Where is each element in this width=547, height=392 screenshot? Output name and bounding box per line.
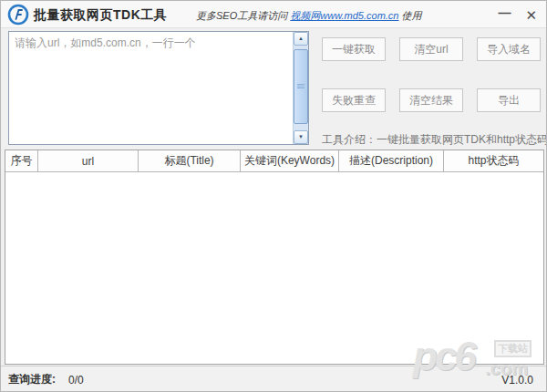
table-header-row: 序号 url 标题(Title) 关键词(KeyWords) 描述(Descri…	[5, 150, 543, 172]
minimize-icon[interactable]: —	[498, 6, 511, 19]
fetch-button[interactable]: 一键获取	[322, 37, 386, 61]
window-controls: — ✕	[498, 1, 537, 28]
export-button[interactable]: 导出	[477, 88, 541, 112]
note-prefix: 更多SEO工具请访问	[196, 10, 287, 21]
title-bar: 批量获取网页TDK工具 更多SEO工具请访问 视频网www.md5.com.cn…	[1, 1, 546, 28]
app-logo-icon	[7, 4, 29, 26]
clear-results-button[interactable]: 清空结果	[399, 88, 463, 112]
app-window: 批量获取网页TDK工具 更多SEO工具请访问 视频网www.md5.com.cn…	[0, 0, 547, 392]
status-bar: 查询进度: 0/0 V1.0.0	[1, 366, 546, 392]
version-label: V1.0.0	[501, 374, 533, 387]
col-url[interactable]: url	[38, 150, 139, 172]
scrollbar-track[interactable]	[294, 46, 308, 130]
retry-failed-button[interactable]: 失败重查	[322, 88, 386, 112]
scroll-down-icon[interactable]: ▼	[294, 130, 308, 144]
col-http-status[interactable]: http状态码	[444, 150, 543, 172]
url-input-placeholder: 请输入url，如md5.com.cn，一行一个	[9, 32, 293, 144]
url-input-scrollbar[interactable]: ▲ ▼	[293, 32, 308, 144]
col-keywords[interactable]: 关键词(KeyWords)	[241, 150, 339, 172]
scroll-up-icon[interactable]: ▲	[294, 32, 308, 46]
window-title: 批量获取网页TDK工具	[34, 7, 167, 24]
clear-url-button[interactable]: 清空url	[399, 37, 463, 61]
action-panel: 一键获取 清空url 导入域名 失败重查 清空结果 导出 工具介绍：一键批量获取…	[322, 31, 541, 148]
promo-link[interactable]: 视频网www.md5.com.cn	[290, 10, 398, 21]
close-icon[interactable]: ✕	[525, 8, 537, 22]
scrollbar-thumb[interactable]	[294, 49, 308, 124]
col-index[interactable]: 序号	[5, 150, 38, 172]
url-input[interactable]: 请输入url，如md5.com.cn，一行一个 ▲ ▼	[8, 31, 309, 145]
col-title[interactable]: 标题(Title)	[139, 150, 241, 172]
result-table[interactable]: 序号 url 标题(Title) 关键词(KeyWords) 描述(Descri…	[5, 150, 544, 365]
progress-label: 查询进度:	[8, 372, 56, 387]
progress-value: 0/0	[68, 374, 84, 387]
header-note: 更多SEO工具请访问 视频网www.md5.com.cn 使用	[196, 9, 422, 23]
import-domains-button[interactable]: 导入域名	[477, 37, 541, 61]
tool-intro: 工具介绍：一键批量获取网页TDK和http状态码	[322, 132, 541, 148]
col-description[interactable]: 描述(Description)	[339, 150, 444, 172]
note-suffix: 使用	[402, 10, 422, 21]
